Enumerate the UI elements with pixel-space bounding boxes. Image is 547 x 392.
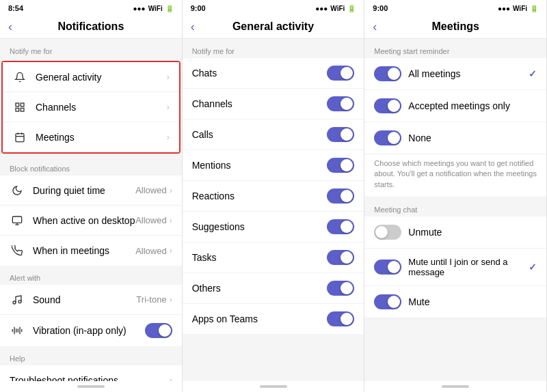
calendar-icon bbox=[12, 132, 27, 143]
all-meetings-toggle[interactable] bbox=[374, 66, 401, 81]
status-icons-2: ●●● WiFi 🔋 bbox=[315, 5, 356, 12]
toggle-knob-accepted bbox=[388, 100, 400, 112]
content-2: Notify me for Chats Channels Calls Menti… bbox=[183, 39, 364, 381]
status-icons-1: ●●● WiFi 🔋 bbox=[133, 5, 174, 12]
help-group: Troubleshoot notifications › bbox=[0, 365, 182, 381]
svg-rect-3 bbox=[21, 108, 24, 111]
mute-toggle[interactable] bbox=[374, 294, 401, 309]
svg-point-12 bbox=[18, 300, 21, 303]
reminder-note: Choose which meetings you want to get no… bbox=[364, 154, 546, 197]
list-item-sound[interactable]: Sound Tri-tone › bbox=[0, 285, 182, 315]
toggle-knob-unmute bbox=[375, 226, 388, 238]
quiet-time-value: Allowed bbox=[135, 185, 167, 195]
help-label: Help bbox=[0, 346, 182, 365]
chevron-qt: › bbox=[170, 186, 172, 195]
toggle-knob-channels bbox=[341, 98, 353, 110]
block-label: Block notifications bbox=[0, 156, 182, 176]
back-button-1[interactable]: ‹ bbox=[8, 20, 12, 34]
header-1: ‹ Notifications bbox=[0, 15, 182, 39]
unmute-toggle[interactable] bbox=[374, 225, 401, 240]
mentions-toggle[interactable] bbox=[327, 158, 354, 173]
toggle-knob-calls bbox=[341, 128, 353, 141]
checkmark-mute-until: ✓ bbox=[529, 262, 537, 272]
accepted-meetings-label: Accepted meetings only bbox=[408, 100, 537, 111]
toggle-knob-mute bbox=[388, 296, 400, 308]
calls-label: Calls bbox=[192, 129, 328, 140]
calls-toggle[interactable] bbox=[327, 127, 354, 142]
status-time-1: 8:54 bbox=[8, 4, 23, 12]
highlighted-notify-group: General activity › Channels › bbox=[1, 61, 181, 154]
list-item-meetings[interactable]: Meetings › bbox=[3, 122, 179, 152]
unmute-label: Unmute bbox=[408, 227, 537, 238]
toggle-knob-mentions bbox=[341, 159, 353, 171]
status-bar-2: 9:00 ●●● WiFi 🔋 bbox=[183, 0, 364, 15]
status-bar-3: 9:00 ●●● WiFi 🔋 bbox=[364, 0, 546, 15]
toggle-knob-mute-until bbox=[388, 261, 400, 273]
suggestions-label: Suggestions bbox=[192, 221, 328, 232]
chevron-im: › bbox=[170, 246, 172, 255]
list-item-vibration: Vibration (in-app only) bbox=[0, 315, 182, 346]
back-button-3[interactable]: ‹ bbox=[373, 20, 377, 34]
apps-on-teams-label: Apps on Teams bbox=[192, 313, 328, 324]
back-button-2[interactable]: ‹ bbox=[191, 20, 195, 34]
status-time-2: 9:00 bbox=[191, 4, 206, 12]
active-desktop-label: When active on desktop bbox=[33, 215, 135, 226]
list-item-none: None bbox=[364, 122, 546, 154]
tasks-toggle[interactable] bbox=[327, 250, 354, 265]
active-desktop-value: Allowed bbox=[135, 215, 167, 225]
chevron-icon-ch: › bbox=[167, 102, 170, 112]
mentions-label: Mentions bbox=[192, 160, 328, 171]
toggle-knob-tasks bbox=[341, 251, 353, 264]
page-title-2: General activity bbox=[232, 20, 314, 33]
chevron-sound: › bbox=[170, 295, 172, 305]
wifi-icon-3: WiFi bbox=[513, 5, 527, 12]
svg-rect-2 bbox=[16, 108, 19, 111]
list-item-general-activity[interactable]: General activity › bbox=[3, 62, 179, 92]
none-label: None bbox=[408, 132, 537, 143]
toggle-knob-apps bbox=[341, 313, 353, 325]
sound-label: Sound bbox=[33, 294, 136, 305]
list-item-apps-on-teams: Apps on Teams bbox=[183, 304, 364, 334]
panel-notifications: 8:54 ●●● WiFi 🔋 ‹ Notifications Notify m… bbox=[0, 0, 183, 392]
channels-p2-toggle[interactable] bbox=[327, 96, 354, 111]
battery-icon: 🔋 bbox=[165, 5, 174, 12]
vibration-toggle[interactable] bbox=[145, 323, 172, 338]
mute-until-toggle[interactable] bbox=[374, 260, 401, 275]
reactions-label: Reactions bbox=[192, 191, 328, 201]
phone-icon bbox=[10, 245, 25, 256]
all-meetings-label: All meetings bbox=[408, 68, 529, 79]
battery-icon-3: 🔋 bbox=[530, 5, 538, 12]
svg-rect-1 bbox=[21, 103, 24, 107]
reminder-group: All meetings ✓ Accepted meetings only No… bbox=[364, 58, 546, 197]
svg-point-11 bbox=[13, 301, 16, 304]
apps-toggle[interactable] bbox=[327, 311, 354, 326]
channels-label: Channels bbox=[36, 102, 167, 113]
in-meetings-value: Allowed bbox=[135, 246, 167, 256]
general-activity-label: General activity bbox=[36, 72, 167, 83]
list-item-active-desktop[interactable]: When active on desktop Allowed › bbox=[0, 206, 182, 236]
list-item-mute: Mute bbox=[364, 286, 546, 318]
toggle-knob-reactions bbox=[341, 190, 353, 202]
general-activity-list: Chats Channels Calls Mentions Reactions … bbox=[183, 58, 364, 334]
reactions-toggle[interactable] bbox=[327, 188, 354, 204]
mute-until-label: Mute until I join or send a message bbox=[408, 257, 529, 277]
list-item-troubleshoot[interactable]: Troubleshoot notifications › bbox=[0, 365, 182, 381]
signal-icon-2: ●●● bbox=[315, 5, 328, 12]
list-item-quiet-time[interactable]: During quiet time Allowed › bbox=[0, 176, 182, 206]
chevron-ad: › bbox=[170, 216, 172, 225]
chats-toggle[interactable] bbox=[327, 66, 354, 81]
list-item-mute-until: Mute until I join or send a message ✓ bbox=[364, 249, 546, 286]
accepted-meetings-toggle[interactable] bbox=[374, 98, 401, 113]
home-indicator-1 bbox=[77, 385, 105, 388]
list-item-all-meetings: All meetings ✓ bbox=[364, 58, 546, 90]
others-toggle[interactable] bbox=[327, 281, 354, 296]
sound-value: Tri-tone bbox=[136, 294, 166, 305]
home-indicator-3 bbox=[442, 385, 469, 388]
toggle-knob-suggestions bbox=[341, 221, 353, 233]
vibration-icon bbox=[10, 325, 25, 336]
list-item-in-meetings[interactable]: When in meetings Allowed › bbox=[0, 236, 182, 266]
list-item-channels[interactable]: Channels › bbox=[3, 92, 179, 122]
battery-icon-2: 🔋 bbox=[347, 5, 356, 12]
suggestions-toggle[interactable] bbox=[327, 219, 354, 234]
none-toggle[interactable] bbox=[374, 130, 401, 145]
